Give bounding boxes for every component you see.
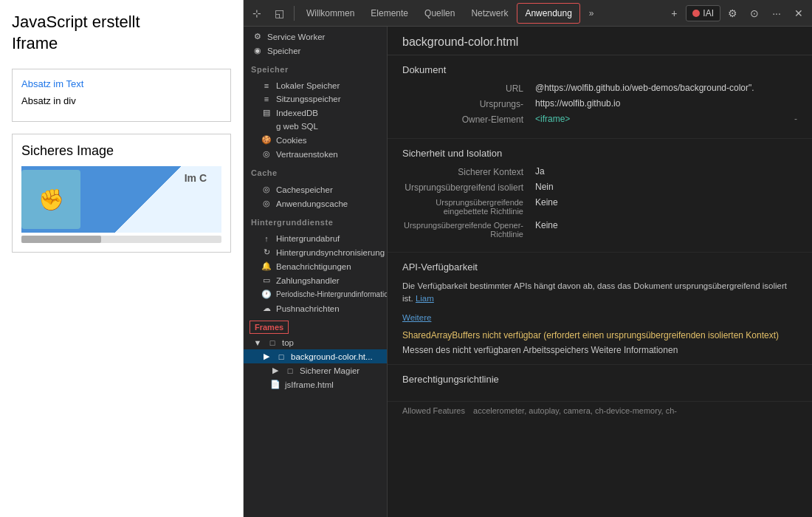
sicherer-kontext-label: Sicherer Kontext [402,166,535,177]
tab-quellen[interactable]: Quellen [417,4,462,23]
image-overlay-text: Im C [185,172,207,184]
clock-icon: 🕐 [261,290,272,299]
sharedarraybuffers-text: SharedArrayBuffers nicht verfügbar (erfo… [402,330,797,340]
tab-netzwerk[interactable]: Netzwerk [464,4,515,23]
owner-row: Owner-Element <iframe> - [402,114,797,125]
sidebar-item-payment[interactable]: ▭ Zahlungshandler [244,273,387,287]
sidebar-label-vertrauenstoken: Vertrauenstoken [276,150,338,159]
devtools-toolbar: ⊹ ◱ Willkommen Elemente Quellen Netzwerk… [244,0,812,27]
sidebar-item-background-color[interactable]: ▶ □ background-color.ht... [244,349,387,363]
sidebar-label-sicher-magier: Sicherer Magier [300,366,359,375]
fist-image: ✊ [21,170,80,229]
horizontal-scrollbar[interactable] [21,236,221,243]
settings-icon[interactable]: ⚙ [722,3,743,24]
owner-label: Owner-Element [402,114,535,125]
sidebar-label-anwendungscache: Anwendungscache [276,199,348,208]
devtools-body: ⚙ Service Worker ◉ Speicher Speicher ≡ L… [244,27,812,517]
cache-icon: ◎ [261,185,272,194]
sidebar-item-session-storage[interactable]: ≡ Sitzungsspeicher [244,92,387,106]
sidebar-manifest-section: ⚙ Service Worker ◉ Speicher [244,27,387,61]
db-icon: ▤ [261,108,272,117]
payment-icon: ▭ [261,275,272,285]
sidebar-item-web-sql[interactable]: g web SQL [244,120,387,133]
api-section: API-Verfügbarkeit Die Verfügbarkeit best… [388,253,812,365]
sidebar-item-jsiframe[interactable]: 📄 jsIframe.html [244,377,387,391]
sidebar-item-indexeddb[interactable]: ▤ IndexedDB [244,106,387,120]
document-section: Dokument URL @https://wolfib.github.io/w… [388,55,812,139]
cursor-icon[interactable]: ⊹ [247,3,267,24]
sidebar-item-cachespeicher[interactable]: ◎ Cachespeicher [244,182,387,196]
cross-origin-opener-value: Keine [535,220,797,230]
api-section-title: API-Verfügbarkeit [402,261,797,273]
sidebar-item-top[interactable]: ▼ □ top [244,336,387,349]
frame-expand-icon: ▶ [261,352,272,361]
cross-origin-policy-row: Ursprungsübergreifende eingebettete Rich… [402,197,797,216]
tab-elemente[interactable]: Elemente [363,4,416,23]
sidebar-item-speicher[interactable]: ◉ Speicher [244,44,387,58]
close-devtools-button[interactable]: ✕ [788,3,809,24]
sidebar-background-section: ↑ Hintergrundabruf ↻ Hintergrundsynchron… [244,229,387,318]
tab-more[interactable]: » [582,4,602,23]
sidebar-label-session-storage: Sitzungsspeicher [276,95,341,103]
frame3-icon: ▶ [270,366,281,375]
sidebar-item-sicher-magier[interactable]: ▶ □ Sicherer Magier [244,363,387,377]
devtools-panel: ⊹ ◱ Willkommen Elemente Quellen Netzwerk… [244,0,812,517]
sidebar-label-speicher: Speicher [267,47,300,55]
frame2-icon: □ [276,352,286,361]
sidebar-label-jsiframe: jsIframe.html [285,380,334,389]
tab-anwendung[interactable]: Anwendung [517,3,579,24]
add-tab-button[interactable]: + [664,3,684,24]
tab-willkommen[interactable]: Willkommen [299,4,362,23]
iframe-box: Absatz im Text Absatz in div [12,69,231,122]
owner-value[interactable]: <iframe> [535,114,788,124]
sidebar-item-service-worker[interactable]: ⚙ Service Worker [244,30,387,44]
sidebar-item-hintergrundabruf[interactable]: ↑ Hintergrundabruf [244,232,387,245]
sidebar-frames-section: ▼ □ top ▶ □ background-color.ht... ▶ □ S… [244,333,387,394]
security-section-title: Sicherheit und Isolation [402,148,797,159]
ia-badge[interactable]: IAI [686,5,720,21]
allowed-features-label: Allowed Features [402,406,465,415]
sicherer-kontext-row: Sicherer Kontext Ja [402,166,797,177]
sidebar-label-top: top [282,338,294,347]
sidebar-item-local-storage[interactable]: ≡ Lokaler Speicher [244,79,387,92]
bell-icon: 🔔 [261,261,272,271]
measure-text: Messen des nicht verfügbaren Arbeitsspei… [402,345,797,355]
sidebar-item-anwendungscache[interactable]: ◎ Anwendungscache [244,196,387,210]
paragraph2: Absatz in div [21,95,221,106]
frame-icon: □ [267,338,278,347]
cross-origin-policy-label: Ursprungsübergreifende eingebettete Rich… [402,197,535,216]
sidebar-item-hintergrundsynch[interactable]: ↻ Hintergrundsynchronisierung [244,245,387,259]
sidebar-label-service-worker: Service Worker [267,32,325,41]
url-row: URL @https://wolfib.github.io/web-demos/… [402,83,797,94]
sidebar: ⚙ Service Worker ◉ Speicher Speicher ≡ L… [244,27,388,517]
sidebar-cache-section: ◎ Cachespeicher ◎ Anwendungscache [244,179,387,213]
permissions-section-title: Berechtigungsrichtlinie [402,374,797,385]
api-link-liam[interactable]: Liam [416,294,434,303]
sidebar-label-cachespeicher: Cachespeicher [276,185,333,194]
device-icon[interactable]: ◱ [269,3,289,24]
share-icon[interactable]: ⊙ [744,3,765,24]
sidebar-label-indexeddb: IndexedDB [276,109,318,117]
allowed-features-row: Allowed Features accelerometer, autoplay… [388,402,812,420]
sidebar-label-notifications: Benachrichtigungen [276,262,351,271]
frames-label: Frames [250,321,289,334]
list-icon: ≡ [261,81,272,90]
sidebar-header-speicher: Speicher [244,61,387,76]
sidebar-item-vertrauenstoken[interactable]: ◎ Vertrauenstoken [244,147,387,161]
gear-icon: ⚙ [252,32,263,41]
sidebar-item-notifications[interactable]: 🔔 Benachrichtigungen [244,259,387,273]
sidebar-label-web-sql: g web SQL [276,122,318,131]
left-panel: JavaScript erstellt Iframe Absatz im Tex… [0,0,244,517]
paragraph1-link[interactable]: Text [66,78,83,89]
sidebar-item-cookies[interactable]: 🍪 Cookies [244,133,387,147]
fetch-icon: ↑ [261,234,272,243]
image-box: Sicheres Image ✊ Im C [12,134,231,253]
sidebar-label-local-storage: Lokaler Speicher [276,81,340,90]
sidebar-item-push[interactable]: ☁ Pushnachrichten [244,301,387,315]
api-description: Die Verfügbarkeit bestimmter APIs hängt … [402,280,797,306]
toolbar-separator [294,6,295,21]
sidebar-item-periodic[interactable]: 🕐 Periodische-Hintergrundinformationen.s… [244,287,387,301]
cross-origin-opener-row: Ursprungsübergreifende Opener-Richtlinie… [402,220,797,239]
more-options-icon[interactable]: ··· [766,3,787,24]
api-link-weitere-link[interactable]: Weitere [402,313,431,322]
